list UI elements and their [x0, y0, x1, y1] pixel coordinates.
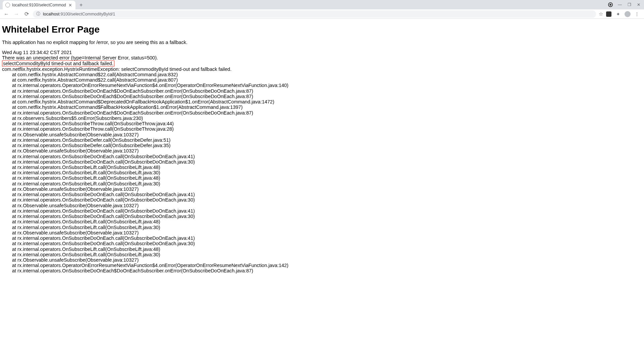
stack-trace-line: at rx.internal.operators.OnSubscribeLift… [2, 219, 642, 224]
highlighted-error-line: selectCommodityById timed-out and fallba… [2, 60, 114, 67]
profile-avatar[interactable] [625, 11, 631, 17]
timestamp: Wed Aug 11 23:34:42 CST 2021 [2, 50, 642, 55]
fallback-message: This application has no explicit mapping… [2, 40, 642, 45]
stack-trace-line: at rx.internal.operators.OnSubscribeDoOn… [2, 214, 642, 219]
url-input[interactable]: ⓘ localhost:9100/selectCommodityById/1 [33, 10, 596, 18]
stack-trace-line: at rx.internal.operators.OperatorOnError… [2, 83, 642, 88]
stack-trace-line: at rx.Observable.unsafeSubscribe(Observa… [2, 148, 642, 153]
close-tab-icon[interactable]: ✕ [68, 3, 73, 7]
stack-trace-line: at rx.Observable.unsafeSubscribe(Observa… [2, 132, 642, 137]
stack-trace-line: at com.netflix.hystrix.AbstractCommand$2… [2, 77, 642, 83]
address-bar: ← → ⟳ ⓘ localhost:9100/selectCommodityBy… [0, 9, 644, 19]
window-controls: — ❐ ✕ [606, 1, 643, 8]
stack-trace-line: at rx.internal.operators.OnSubscribeLift… [2, 165, 642, 170]
stack-trace-line: at rx.internal.operators.OnSubscribeLift… [2, 175, 642, 181]
stack-trace-line: at rx.internal.operators.OnSubscribeThro… [2, 121, 642, 126]
stack-trace-line: at rx.internal.operators.OnSubscribeDoOn… [2, 235, 642, 241]
stack-trace-line: at rx.internal.operators.OnSubscribeThro… [2, 126, 642, 132]
stack-trace-line: at rx.Observable.unsafeSubscribe(Observa… [2, 203, 642, 208]
stack-trace-line: at rx.internal.operators.OperatorOnError… [2, 263, 642, 268]
stack-trace-line: at rx.internal.operators.OnSubscribeDoOn… [2, 159, 642, 165]
stack-trace-line: at rx.internal.operators.OnSubscribeDoOn… [2, 268, 642, 273]
stack-trace: at com.netflix.hystrix.AbstractCommand$2… [2, 72, 642, 274]
globe-icon [5, 3, 10, 7]
toolbar-icons: ✦ ⋮ [606, 11, 641, 17]
close-window-button[interactable]: ✕ [635, 1, 643, 8]
stack-trace-line: at rx.internal.operators.OnSubscribeDoOn… [2, 88, 642, 94]
stack-trace-line: at rx.internal.operators.OnSubscribeDefe… [2, 143, 642, 148]
exception-header: com.netflix.hystrix.exception.HystrixRun… [2, 67, 642, 72]
page-heading: Whitelabel Error Page [2, 24, 642, 35]
stack-trace-line: at rx.Observable.unsafeSubscribe(Observa… [2, 257, 642, 263]
extensions-puzzle-icon[interactable]: ✦ [615, 11, 621, 17]
stack-trace-line: at com.netflix.hystrix.AbstractCommand$2… [2, 72, 642, 77]
stack-trace-line: at com.netflix.hystrix.AbstractCommand$F… [2, 104, 642, 110]
stack-trace-line: at rx.internal.operators.OnSubscribeLift… [2, 225, 642, 230]
stack-trace-line: at rx.internal.operators.OnSubscribeDefe… [2, 137, 642, 143]
url-text: localhost:9100/selectCommodityById/1 [43, 12, 115, 16]
browser-chrome: localhost:9100/selectCommod ✕ + — ❐ ✕ ← … [0, 0, 644, 19]
extension-icon[interactable] [606, 11, 612, 17]
stack-trace-line: at rx.internal.operators.OnSubscribeDoOn… [2, 110, 642, 116]
stack-trace-line: at rx.internal.operators.OnSubscribeDoOn… [2, 154, 642, 159]
app-indicator-icon[interactable] [606, 1, 614, 8]
stack-trace-line: at com.netflix.hystrix.AbstractCommand$D… [2, 99, 642, 104]
stack-trace-line: at rx.Observable.unsafeSubscribe(Observa… [2, 186, 642, 192]
back-button[interactable]: ← [3, 10, 10, 18]
reload-button[interactable]: ⟳ [23, 10, 30, 18]
menu-kebab-icon[interactable]: ⋮ [634, 11, 640, 17]
stack-trace-line: at rx.internal.operators.OnSubscribeLift… [2, 252, 642, 257]
stack-trace-line: at rx.observers.Subscribers$5.onError(Su… [2, 116, 642, 121]
stack-trace-line: at rx.internal.operators.OnSubscribeDoOn… [2, 192, 642, 197]
tab-title: localhost:9100/selectCommod [12, 3, 66, 7]
forward-button[interactable]: → [13, 10, 20, 18]
stack-trace-line: at rx.Observable.unsafeSubscribe(Observa… [2, 230, 642, 235]
browser-tab[interactable]: localhost:9100/selectCommod ✕ [3, 1, 75, 9]
minimize-button[interactable]: — [616, 1, 624, 8]
page-content[interactable]: Whitelabel Error Page This application h… [0, 19, 644, 352]
stack-trace-line: at rx.internal.operators.OnSubscribeDoOn… [2, 208, 642, 214]
new-tab-button[interactable]: + [77, 1, 86, 9]
error-type-line: There was an unexpected error (type=Inte… [2, 55, 642, 60]
stack-trace-line: at rx.internal.operators.OnSubscribeDoOn… [2, 241, 642, 246]
bookmark-star-icon[interactable]: ☆ [599, 11, 603, 17]
tab-bar: localhost:9100/selectCommod ✕ + — ❐ ✕ [0, 0, 644, 9]
maximize-button[interactable]: ❐ [625, 1, 633, 8]
stack-trace-line: at rx.internal.operators.OnSubscribeLift… [2, 170, 642, 175]
stack-trace-line: at rx.internal.operators.OnSubscribeLift… [2, 181, 642, 186]
stack-trace-line: at rx.internal.operators.OnSubscribeDoOn… [2, 94, 642, 99]
stack-trace-line: at rx.internal.operators.OnSubscribeLift… [2, 247, 642, 252]
site-info-icon[interactable]: ⓘ [36, 11, 40, 17]
stack-trace-line: at rx.internal.operators.OnSubscribeDoOn… [2, 197, 642, 203]
